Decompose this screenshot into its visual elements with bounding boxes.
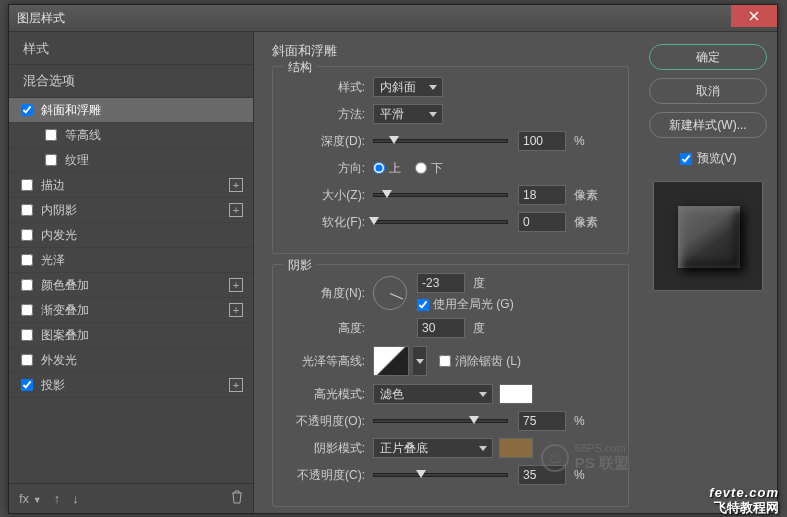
highlight-color-swatch[interactable] — [499, 384, 533, 404]
depth-label: 深度(D): — [285, 133, 373, 150]
style-item[interactable]: 斜面和浮雕 — [9, 98, 253, 123]
depth-unit: % — [574, 134, 585, 148]
gloss-contour-dropdown[interactable] — [413, 346, 427, 376]
titlebar[interactable]: 图层样式 — [9, 5, 777, 32]
style-item[interactable]: 内阴影+ — [9, 198, 253, 223]
angle-label: 角度(N): — [285, 285, 373, 302]
style-item[interactable]: 描边+ — [9, 173, 253, 198]
direction-label: 方向: — [285, 160, 373, 177]
style-item-checkbox[interactable] — [21, 354, 33, 366]
style-item-checkbox[interactable] — [21, 204, 33, 216]
gloss-contour-picker[interactable] — [373, 346, 409, 376]
style-item[interactable]: 纹理 — [9, 148, 253, 173]
altitude-label: 高度: — [285, 320, 373, 337]
direction-up[interactable]: 上 — [373, 160, 401, 177]
global-light-checkbox[interactable]: 使用全局光 (G) — [417, 296, 514, 313]
altitude-input[interactable] — [417, 318, 465, 338]
effect-title: 斜面和浮雕 — [272, 42, 629, 60]
style-item-checkbox[interactable] — [21, 104, 33, 116]
technique-label: 方法: — [285, 106, 373, 123]
add-effect-icon[interactable]: + — [229, 278, 243, 292]
soften-unit: 像素 — [574, 214, 598, 231]
window-title: 图层样式 — [17, 10, 65, 27]
layer-style-dialog: 图层样式 样式 混合选项 斜面和浮雕等高线纹理描边+内阴影+内发光光泽颜色叠加+… — [8, 4, 778, 514]
style-item[interactable]: 内发光 — [9, 223, 253, 248]
style-item-checkbox[interactable] — [21, 279, 33, 291]
style-item-label: 描边 — [41, 177, 65, 194]
style-item-checkbox[interactable] — [21, 304, 33, 316]
preview-checkbox[interactable]: 预览(V) — [649, 150, 767, 167]
watermark-68ps: ♨ 68PS.com PS 联盟 — [541, 442, 629, 473]
style-item[interactable]: 外发光 — [9, 348, 253, 373]
highlight-mode-select[interactable]: 滤色 — [373, 384, 493, 404]
direction-down[interactable]: 下 — [415, 160, 443, 177]
style-item[interactable]: 等高线 — [9, 123, 253, 148]
style-item-label: 纹理 — [65, 152, 89, 169]
style-item-checkbox[interactable] — [21, 229, 33, 241]
style-item[interactable]: 投影+ — [9, 373, 253, 398]
watermark-fevte: fevte.com 飞特教程网 — [709, 486, 779, 515]
size-slider[interactable] — [373, 193, 508, 197]
highlight-opacity-slider[interactable] — [373, 419, 508, 423]
structure-group: 结构 样式: 内斜面 方法: 平滑 深度(D): % 方向: 上 — [272, 66, 629, 254]
move-down-icon[interactable]: ↓ — [72, 491, 79, 506]
styles-footer: fx ▼ ↑ ↓ — [9, 483, 253, 513]
size-input[interactable] — [518, 185, 566, 205]
style-item[interactable]: 图案叠加 — [9, 323, 253, 348]
settings-panel: 斜面和浮雕 结构 样式: 内斜面 方法: 平滑 深度(D): % — [254, 32, 639, 513]
styles-header[interactable]: 样式 — [9, 32, 253, 65]
add-effect-icon[interactable]: + — [229, 303, 243, 317]
style-item[interactable]: 颜色叠加+ — [9, 273, 253, 298]
style-item-label: 图案叠加 — [41, 327, 89, 344]
new-style-button[interactable]: 新建样式(W)... — [649, 112, 767, 138]
fx-menu[interactable]: fx ▼ — [19, 491, 42, 506]
highlight-opacity-input[interactable] — [518, 411, 566, 431]
structure-legend: 结构 — [283, 59, 317, 76]
soften-input[interactable] — [518, 212, 566, 232]
style-item[interactable]: 光泽 — [9, 248, 253, 273]
add-effect-icon[interactable]: + — [229, 178, 243, 192]
shadow-opacity-label: 不透明度(C): — [285, 467, 373, 484]
cancel-button[interactable]: 取消 — [649, 78, 767, 104]
close-button[interactable] — [731, 5, 777, 27]
soften-slider[interactable] — [373, 220, 508, 224]
shadow-mode-select[interactable]: 正片叠底 — [373, 438, 493, 458]
style-item-checkbox[interactable] — [21, 329, 33, 341]
highlight-opacity-unit: % — [574, 414, 585, 428]
depth-input[interactable] — [518, 131, 566, 151]
size-unit: 像素 — [574, 187, 598, 204]
style-item[interactable]: 渐变叠加+ — [9, 298, 253, 323]
angle-dial[interactable] — [373, 276, 407, 310]
style-item-label: 渐变叠加 — [41, 302, 89, 319]
shadow-opacity-slider[interactable] — [373, 473, 508, 477]
shading-legend: 阴影 — [283, 257, 317, 274]
blending-options-header[interactable]: 混合选项 — [9, 65, 253, 98]
highlight-mode-label: 高光模式: — [285, 386, 373, 403]
style-item-checkbox[interactable] — [21, 179, 33, 191]
add-effect-icon[interactable]: + — [229, 378, 243, 392]
depth-slider[interactable] — [373, 139, 508, 143]
ok-button[interactable]: 确定 — [649, 44, 767, 70]
styles-panel: 样式 混合选项 斜面和浮雕等高线纹理描边+内阴影+内发光光泽颜色叠加+渐变叠加+… — [9, 32, 254, 513]
trash-icon[interactable] — [231, 490, 243, 507]
flame-icon: ♨ — [541, 444, 569, 472]
style-item-checkbox[interactable] — [45, 154, 57, 166]
style-item-label: 投影 — [41, 377, 65, 394]
move-up-icon[interactable]: ↑ — [54, 491, 61, 506]
technique-select[interactable]: 平滑 — [373, 104, 443, 124]
style-select[interactable]: 内斜面 — [373, 77, 443, 97]
style-item-checkbox[interactable] — [21, 254, 33, 266]
style-label: 样式: — [285, 79, 373, 96]
add-effect-icon[interactable]: + — [229, 203, 243, 217]
size-label: 大小(Z): — [285, 187, 373, 204]
angle-input[interactable] — [417, 273, 465, 293]
style-item-label: 内发光 — [41, 227, 77, 244]
style-item-label: 斜面和浮雕 — [41, 102, 101, 119]
antialias-checkbox[interactable]: 消除锯齿 (L) — [439, 353, 521, 370]
style-item-label: 颜色叠加 — [41, 277, 89, 294]
close-icon — [749, 11, 759, 21]
style-item-checkbox[interactable] — [45, 129, 57, 141]
soften-label: 软化(F): — [285, 214, 373, 231]
style-item-checkbox[interactable] — [21, 379, 33, 391]
shadow-color-swatch[interactable] — [499, 438, 533, 458]
